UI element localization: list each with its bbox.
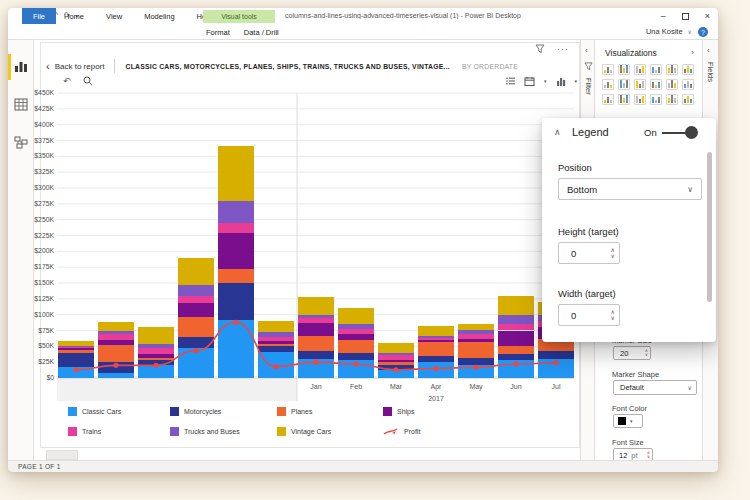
menu-item-data-drill[interactable]: Data / Drill	[244, 28, 279, 37]
list-icon[interactable]	[506, 77, 515, 85]
visual-subtitle: BY ORDERDATE	[462, 63, 518, 70]
menu-item-home[interactable]: Home	[64, 12, 84, 21]
visualizations-title: Visualizations	[605, 48, 657, 58]
page-tab[interactable]	[46, 450, 78, 460]
scatter-chart-icon[interactable]	[634, 94, 646, 105]
filter-funnel-icon[interactable]	[535, 44, 545, 54]
legend-item-trucks-and-buses[interactable]: Trucks and Buses	[170, 427, 240, 436]
marker-shape-label: Marker Shape	[612, 370, 659, 379]
legend-item-planes[interactable]: Planes	[277, 407, 312, 416]
donut-chart-icon[interactable]	[666, 94, 678, 105]
width-target-input[interactable]: 0 ∧∨	[558, 304, 620, 326]
fields-pane-label: Fields	[706, 62, 715, 82]
100-stacked-column-chart-icon[interactable]	[682, 64, 694, 75]
y-axis-tick-label: $300K	[16, 184, 54, 191]
minimize-button[interactable]: –	[661, 10, 666, 22]
undo-zoom-icon[interactable]: ↶	[63, 76, 71, 86]
zoom-magnifier-icon[interactable]	[83, 76, 93, 86]
marker-shape-select[interactable]: Default ∨	[613, 380, 697, 395]
help-icon[interactable]: ?	[698, 27, 708, 37]
pie-chart-icon[interactable]	[650, 94, 662, 105]
height-target-input[interactable]: 0 ∧∨	[558, 242, 620, 264]
y-axis-tick-label: $0	[16, 374, 54, 381]
expand-fields-chevron-icon[interactable]: ‹	[707, 46, 710, 55]
y-axis-tick-label: $25K	[16, 358, 54, 365]
x-axis-month-label: Feb	[336, 383, 376, 390]
line-and-clustered-column-chart-icon[interactable]	[666, 79, 678, 90]
stacked-bar-chart-icon[interactable]	[602, 64, 614, 75]
y-axis-tick-label: $50K	[16, 342, 54, 349]
visual-title: CLASSIC CARS, MOTORCYCLES, PLANES, SHIPS…	[125, 63, 450, 70]
x-axis-month-label: Aug	[96, 383, 136, 390]
back-to-report-button[interactable]: ‹Back to report	[46, 61, 104, 71]
font-color-picker[interactable]: ▾	[613, 414, 643, 428]
chart-dropdown-caret-icon[interactable]: ▾	[575, 78, 578, 84]
account-menu[interactable]: Una Kosite ∨	[646, 27, 692, 36]
visual-options: ···	[535, 44, 569, 54]
file-menu-tab[interactable]: File	[22, 8, 56, 24]
y-axis-tick-label: $450K	[16, 89, 54, 96]
area-chart-icon[interactable]	[618, 79, 630, 90]
y-axis-tick-label: $175K	[16, 263, 54, 270]
close-button[interactable]: ×	[705, 10, 710, 22]
chart-type-icon[interactable]	[556, 77, 566, 86]
legend-item-ships[interactable]: Ships	[383, 407, 415, 416]
clustered-column-chart-icon[interactable]	[650, 64, 662, 75]
stacked-column-chart-icon[interactable]	[618, 64, 630, 75]
legend-item-motorcycles[interactable]: Motorcycles	[170, 407, 221, 416]
more-options-icon[interactable]: ···	[557, 44, 569, 54]
y-axis-tick-label: $325K	[16, 168, 54, 175]
stepper-arrows-icon[interactable]: ∧∨	[645, 349, 650, 357]
stacked-area-chart-icon[interactable]	[634, 79, 646, 90]
legend-item-vintage-cars[interactable]: Vintage Cars	[277, 427, 331, 436]
powerbi-window: ↶ ↷ ▾ columns-and-lines-using-advanced-t…	[8, 8, 718, 472]
position-select[interactable]: Bottom ∨	[558, 178, 702, 200]
filters-pane-label: Filter	[584, 78, 593, 95]
filter-icon	[584, 62, 593, 71]
report-view-icon[interactable]	[14, 60, 28, 73]
stepper-arrows-icon[interactable]: ∧∨	[611, 248, 619, 258]
y-axis-tick-label: $375K	[16, 137, 54, 144]
collapse-visualizations-chevron-icon[interactable]: ›	[691, 48, 694, 57]
menu-item-modeling[interactable]: Modeling	[144, 12, 174, 21]
legend-card-header[interactable]: ∧ Legend On	[542, 118, 716, 148]
table-icon[interactable]	[682, 94, 694, 105]
maximize-button[interactable]	[682, 13, 689, 20]
100-stacked-bar-chart-icon[interactable]	[666, 64, 678, 75]
card-scrollbar[interactable]	[707, 152, 712, 302]
calendar-icon[interactable]	[524, 76, 535, 86]
stepper-arrows-icon[interactable]: ∧∨	[611, 310, 619, 320]
line-and-stacked-column-chart-icon[interactable]	[650, 79, 662, 90]
clustered-bar-chart-icon[interactable]	[634, 64, 646, 75]
legend-swatch	[170, 427, 179, 436]
waterfall-chart-icon[interactable]	[602, 94, 614, 105]
x-axis-month-label: Jul	[536, 383, 576, 390]
x-axis-month-label: Apr	[416, 383, 456, 390]
menu-items: HomeViewModelingHelp	[64, 8, 212, 24]
marker-size-stepper[interactable]: 20 ∧∨	[613, 346, 651, 360]
collapse-section-chevron-icon[interactable]: ∧	[554, 127, 561, 137]
legend-label: Planes	[291, 408, 312, 415]
legend-item-profit[interactable]: Profit	[383, 427, 420, 436]
line-chart-icon[interactable]	[602, 79, 614, 90]
y-axis-tick-label: $225K	[16, 232, 54, 239]
stepper-arrows-icon[interactable]: ∧∨	[647, 451, 652, 459]
visual-toolbar-left: ↶	[63, 76, 93, 86]
ribbon-menu-bar	[8, 24, 718, 40]
y-axis-tick-label: $425K	[16, 105, 54, 112]
color-swatch	[618, 417, 626, 425]
chevron-left-icon: ‹	[46, 61, 50, 71]
legend-on-toggle[interactable]	[662, 132, 696, 134]
menu-item-format[interactable]: Format	[206, 28, 230, 37]
x-axis-month-label: Mar	[376, 383, 416, 390]
legend-item-trains[interactable]: Trains	[68, 427, 101, 436]
profit-line-icon	[383, 427, 399, 436]
menu-item-view[interactable]: View	[106, 12, 122, 21]
expand-filters-chevron-icon[interactable]: ‹	[585, 46, 588, 55]
calendar-dropdown-caret-icon[interactable]: ▾	[544, 78, 547, 84]
legend-item-classic-cars[interactable]: Classic Cars	[68, 407, 121, 416]
position-label: Position	[558, 162, 592, 173]
chevron-down-icon: ∨	[688, 384, 696, 391]
ribbon-chart-icon[interactable]	[682, 79, 694, 90]
funnel-chart-icon[interactable]	[618, 94, 630, 105]
